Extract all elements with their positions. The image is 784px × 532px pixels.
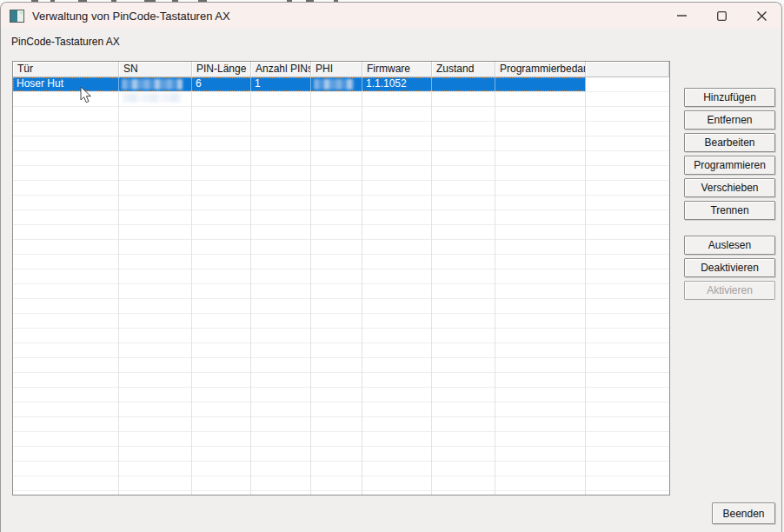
cell-sn: [119, 77, 192, 91]
grid-line: [495, 77, 495, 495]
section-label: PinCode-Tastaturen AX: [11, 36, 120, 48]
aktivieren-button[interactable]: Aktivieren: [684, 281, 775, 300]
grid-line: [362, 77, 362, 495]
maximize-button[interactable]: [701, 3, 741, 29]
auslesen-button[interactable]: Auslesen: [684, 236, 775, 255]
column-header-sn[interactable]: SN: [119, 62, 192, 77]
column-header-phi[interactable]: PHI: [311, 62, 362, 77]
grid-line: [250, 77, 251, 495]
table-header: TürSNPIN-LängeAnzahl PINsPHIFirmwareZust…: [13, 62, 669, 77]
titlebar[interactable]: Verwaltung von PinCode-Tastaturen AX: [1, 3, 781, 29]
column-header-programmierbedarf[interactable]: Programmierbedarf: [495, 62, 586, 77]
column-header-anzahl-pins[interactable]: Anzahl PINs: [251, 62, 311, 77]
action-buttons-group2: AuslesenDeaktivierenAktivieren: [684, 236, 775, 303]
column-header-zustand[interactable]: Zustand: [432, 62, 495, 77]
redacted-value-remnant: [123, 93, 182, 103]
redacted-value: [122, 79, 183, 90]
grid-line: [310, 77, 311, 495]
trennen-button[interactable]: Trennen: [684, 201, 775, 220]
keypad-list[interactable]: TürSNPIN-LängeAnzahl PINsPHIFirmwareZust…: [12, 61, 670, 495]
hinzufuegen-button[interactable]: Hinzufügen: [684, 88, 775, 107]
grid-line: [585, 77, 586, 495]
cell-anzahl-pins: 1: [251, 77, 311, 91]
deaktivieren-button[interactable]: Deaktivieren: [684, 258, 775, 277]
cell-zustand: [432, 77, 495, 91]
cell-phi: [311, 77, 362, 91]
verschieben-button[interactable]: Verschieben: [684, 178, 775, 197]
column-header-firmware[interactable]: Firmware: [362, 62, 432, 77]
table-body[interactable]: Hoser Hut611.1.1052: [13, 77, 669, 495]
entfernen-button[interactable]: Entfernen: [684, 110, 775, 130]
cell-pin-l-nge: 6: [192, 77, 251, 91]
close-icon: [757, 11, 767, 21]
window-title: Verwaltung von PinCode-Tastaturen AX: [32, 10, 230, 23]
bearbeiten-button[interactable]: Bearbeiten: [684, 133, 775, 152]
grid-line: [431, 77, 432, 495]
table-row[interactable]: Hoser Hut611.1.1052: [13, 77, 586, 91]
grid-line: [118, 77, 119, 495]
window-controls: [661, 3, 781, 29]
minimize-button[interactable]: [661, 3, 701, 29]
app-icon: [10, 10, 24, 23]
cell-t-r: Hoser Hut: [13, 77, 119, 91]
minimize-icon: [677, 15, 687, 17]
column-header-pin-l-nge[interactable]: PIN-Länge: [192, 62, 251, 77]
action-buttons-group1: HinzufügenEntfernenBearbeitenProgrammier…: [684, 88, 775, 223]
close-button[interactable]: [741, 3, 781, 29]
column-header-t-r[interactable]: Tür: [13, 62, 119, 77]
column-header-blank[interactable]: [586, 62, 669, 77]
maximize-icon: [717, 11, 727, 21]
cell-programmierbedarf: [495, 77, 586, 91]
redacted-value: [314, 79, 354, 90]
grid-line: [191, 77, 192, 495]
dialog-window: Verwaltung von PinCode-Tastaturen AX Pin…: [0, 2, 782, 532]
programmieren-button[interactable]: Programmieren: [684, 156, 775, 175]
beenden-button[interactable]: Beenden: [712, 502, 775, 524]
cell-firmware: 1.1.1052: [362, 77, 432, 91]
